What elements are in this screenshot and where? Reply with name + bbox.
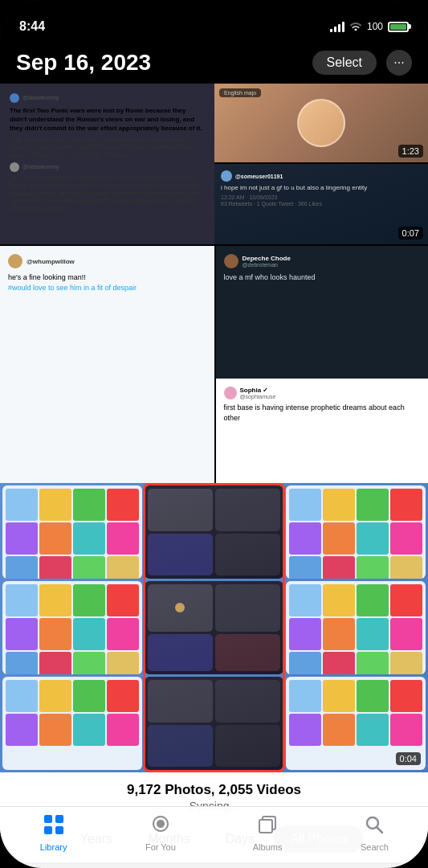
phone-frame: 8:44 100 Se [0,0,428,868]
albums-icon [256,813,279,839]
grid-row-1: @debottommy The first Two Punic wars wer… [0,84,428,244]
grid-row-2b: Sophia ✓ @sophiamuse first base is havin… [0,379,428,483]
wifi-icon [349,20,362,33]
tab-albums[interactable]: Albums [214,813,321,852]
header-actions: Select ··· [312,50,412,76]
photo-cell-blank-left [0,379,214,483]
status-icons: 100 [330,20,409,33]
svg-rect-4 [259,820,272,833]
signal-icon [330,21,344,32]
photo-grid: @debottommy The first Two Punic wars wer… [0,84,428,772]
grid-row-2: @whumpwillow he's a fine looking man!! #… [0,246,428,379]
library-tab-label: Library [40,842,67,852]
albums-tab-label: Albums [253,842,283,852]
photo-count: 9,172 Photos, 2,055 Videos [0,782,428,798]
screenshot-cell-8 [145,677,284,770]
photo-cell-iphone-screenshots[interactable]: Screen Recording Stop screen recording? … [0,483,428,772]
screenshot-cell-3 [286,485,426,579]
screenshot-cell-5 [145,581,284,674]
tab-for-you[interactable]: For You [107,813,214,852]
photos-header: Sep 16, 2023 Select ··· [0,43,428,84]
library-icon [43,813,65,839]
screenshot-cell-2 [145,485,284,579]
grid-right-col-1: English majo 1:23 @someuser01191 i hope … [214,84,428,244]
svg-rect-1 [55,815,63,823]
photo-cell-depeche-tweet[interactable]: Depeche Chode @debroteman love a mf who … [214,246,429,379]
photo-cell-article[interactable]: @debottommy The first Two Punic wars wer… [0,84,214,244]
header-date: Sep 16, 2023 [16,50,151,76]
status-time: 8:44 [19,19,45,34]
for-you-icon [149,813,172,839]
battery-icon [388,22,409,32]
video-duration-badge-2: 0:07 [398,227,423,240]
battery-percentage: 100 [367,21,383,32]
screenshot-cell-6 [286,581,426,674]
photo-cell-tweet-dark[interactable]: @someuser01191 i hope im not just a gf t… [214,164,428,244]
tab-bar: Library For You Albums [0,806,428,868]
tab-library[interactable]: Library [0,813,107,852]
svg-line-6 [377,828,383,833]
svg-rect-0 [44,815,52,823]
photo-cell-sophia-tweet[interactable]: Sophia ✓ @sophiamuse first base is havin… [214,379,429,483]
dynamic-island [166,10,263,37]
photo-cell-person-video[interactable]: English majo 1:23 [214,84,428,164]
video-duration-badge-3: 0:04 [396,752,421,765]
search-tab-label: Search [361,842,389,852]
screenshot-cell-4: Screen Recording Stop screen recording? … [2,581,142,674]
select-button[interactable]: Select [312,51,377,75]
tab-search[interactable]: Search [321,813,428,852]
screenshot-cell-9: 0:04 [286,677,426,770]
svg-rect-2 [44,826,52,834]
more-options-button[interactable]: ··· [386,50,412,76]
search-icon [363,813,385,839]
video-duration-badge: 1:23 [398,145,423,158]
svg-rect-3 [55,826,63,834]
for-you-tab-label: For You [145,842,176,852]
screenshot-cell-1 [2,485,142,579]
screenshot-cell-7 [2,677,142,770]
photo-cell-tweet-light[interactable]: @whumpwillow he's a fine looking man!! #… [0,246,214,379]
grid-row-screenshots: Screen Recording Stop screen recording? … [0,483,428,772]
